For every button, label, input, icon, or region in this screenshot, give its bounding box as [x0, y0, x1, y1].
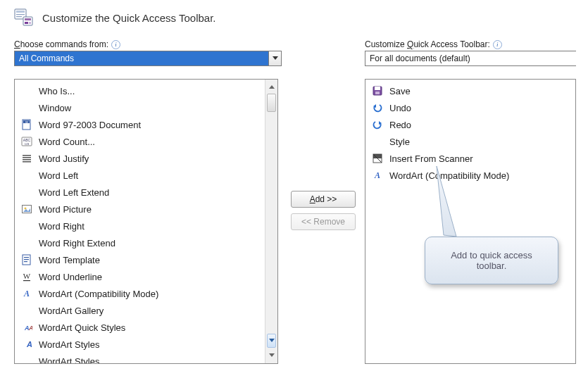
customize-qat-value: For all documents (default) [365, 51, 576, 65]
scanner-icon [371, 153, 384, 164]
svg-rect-22 [24, 259, 29, 260]
list-item-label: Word Right [39, 221, 261, 232]
blank-icon [20, 102, 33, 113]
blank-icon [20, 237, 33, 249]
list-item-label: Word Left [39, 170, 261, 181]
wa-styles-icon: AA [20, 322, 33, 333]
svg-rect-2 [16, 14, 25, 15]
list-item[interactable]: WordArt Gallery [15, 302, 277, 319]
customize-qat-label: Customize Quick Access Toolbar: i [365, 39, 576, 49]
list-item-label: Redo [389, 120, 571, 130]
list-item[interactable]: AWordArt Styles▶ [15, 336, 277, 353]
list-item-label: Undo [389, 103, 571, 113]
svg-rect-14 [23, 155, 31, 156]
callout-tail [435, 165, 477, 242]
list-item-label: Style [389, 137, 571, 147]
svg-point-19 [25, 208, 27, 210]
list-item-label: Word Picture [39, 204, 261, 215]
list-item[interactable]: WordArt Styles▶ [15, 353, 277, 364]
svg-rect-3 [16, 16, 22, 17]
picture-icon [20, 203, 33, 215]
wordart-icon: A [371, 170, 384, 181]
list-item-label: Word Left Extend [39, 187, 261, 198]
svg-rect-23 [24, 261, 27, 262]
list-item-label: Window [39, 103, 261, 113]
header: Customize the Quick Access Toolbar. [14, 8, 588, 27]
help-icon[interactable]: i [493, 40, 502, 49]
blank-icon [20, 220, 33, 232]
blank-icon [371, 136, 384, 147]
list-item[interactable]: Word Right [15, 218, 277, 234]
svg-rect-16 [23, 159, 31, 161]
list-item[interactable]: Undo [365, 99, 575, 116]
callout-line: toolbar. [451, 260, 532, 271]
list-item-label: WordArt Quick Styles [39, 322, 261, 333]
list-item-label: WordArt (Compatibility Mode) [39, 289, 261, 299]
wa-styles2-icon: A [20, 339, 33, 350]
list-item[interactable]: Window▶ [15, 99, 277, 116]
svg-text:A: A [23, 289, 30, 298]
svg-rect-5 [25, 18, 31, 20]
svg-rect-15 [23, 157, 31, 158]
list-item-label: WordArt Styles [39, 339, 261, 350]
blank-icon [20, 305, 33, 316]
blank-icon [20, 85, 33, 96]
list-item[interactable]: Word Justify [15, 150, 277, 167]
list-item-label: WordArt (Compatibility Mode) [389, 170, 571, 181]
scrollbar[interactable] [265, 80, 277, 363]
redo-icon [371, 119, 384, 130]
list-item[interactable]: WWord Underline [15, 268, 277, 285]
chevron-down-icon[interactable] [268, 51, 281, 65]
remove-button[interactable]: << Remove [291, 213, 356, 230]
svg-rect-1 [16, 11, 25, 13]
list-item[interactable]: Word Template [15, 251, 277, 268]
help-icon[interactable]: i [111, 40, 120, 49]
svg-text:A: A [374, 170, 380, 180]
commands-listbox[interactable]: Who Is...Window▶WWord 97-2003 DocumentAB… [14, 79, 278, 364]
list-item[interactable]: Word Picture [15, 201, 277, 218]
svg-text:A: A [28, 325, 32, 332]
list-item-label: Word Right Extend [39, 238, 261, 249]
svg-rect-7 [29, 22, 31, 24]
scroll-down-icon[interactable] [267, 349, 277, 362]
blank-icon [20, 356, 33, 364]
list-item[interactable]: ABC123Word Count... [15, 133, 277, 150]
scroll-up-icon[interactable] [267, 81, 277, 94]
svg-rect-31 [375, 87, 380, 90]
list-item[interactable]: WWord 97-2003 Document [15, 116, 277, 133]
list-item[interactable]: Who Is... [15, 82, 277, 99]
list-item[interactable]: Redo [365, 116, 575, 133]
list-item[interactable]: Word Left Extend [15, 184, 277, 201]
list-item[interactable]: Save [365, 82, 575, 99]
list-item[interactable]: Style [365, 133, 575, 150]
scroll-thumb[interactable] [267, 94, 276, 112]
list-item-label: Save [389, 86, 571, 96]
save-icon [371, 85, 384, 96]
list-item-label: WordArt Styles [39, 356, 261, 365]
list-item-label: Who Is... [39, 86, 261, 96]
justify-icon [20, 153, 33, 164]
list-item[interactable]: Word Left [15, 167, 277, 184]
svg-text:123: 123 [25, 142, 30, 146]
transfer-buttons: Add >> << Remove [282, 39, 365, 364]
list-item-label: Word Underline [39, 272, 261, 282]
list-item[interactable]: AAWordArt Quick Styles▶ [15, 319, 277, 336]
svg-rect-21 [24, 257, 29, 258]
list-item-label: Word Template [39, 255, 261, 265]
list-item-label: Word Count... [39, 137, 261, 147]
add-button[interactable]: Add >> [291, 191, 356, 208]
customize-qat-combo[interactable]: For all documents (default) [365, 51, 576, 66]
blank-icon [20, 170, 33, 181]
svg-rect-34 [373, 154, 382, 158]
list-item-label: Word Justify [39, 153, 261, 164]
undo-icon [371, 102, 384, 113]
svg-rect-25 [23, 280, 30, 281]
choose-commands-combo[interactable]: All Commands [14, 51, 282, 66]
qat-column: Customize Quick Access Toolbar: i For al… [365, 39, 576, 364]
blank-icon [20, 187, 33, 198]
list-item-label: Word 97-2003 Document [39, 120, 261, 130]
callout-bubble: Add to quick access toolbar. [425, 237, 558, 284]
list-item[interactable]: Word Right Extend [15, 234, 277, 251]
list-item[interactable]: AWordArt (Compatibility Mode)▶ [15, 285, 277, 302]
scroll-page-down-icon[interactable] [267, 334, 276, 348]
